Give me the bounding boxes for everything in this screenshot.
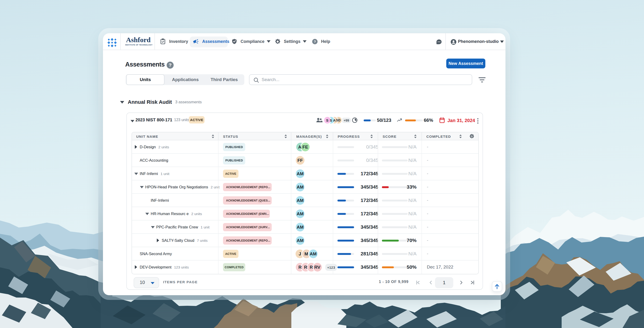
svg-text:?: ? bbox=[314, 40, 316, 43]
